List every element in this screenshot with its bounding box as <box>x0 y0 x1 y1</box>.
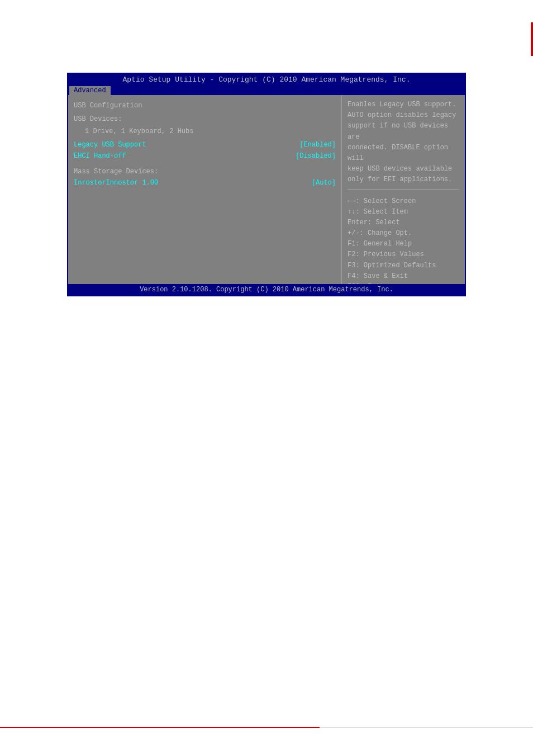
nav-key-1: ←→: Select Screen <box>348 196 459 207</box>
inrostor-row[interactable]: InrostorInnostor 1.00 [Auto] <box>74 178 336 188</box>
red-accent-bar <box>531 22 533 56</box>
nav-key-7: F3: Optimized Defaults <box>348 261 459 271</box>
help-line-6: only for EFI applications. <box>348 174 459 185</box>
bios-tab-bar: Advanced <box>68 86 465 95</box>
bios-window: Aptio Setup Utility - Copyright (C) 2010… <box>67 73 466 296</box>
usb-devices-label-row: USB Devices: <box>74 113 336 124</box>
nav-key-5: F1: General Help <box>348 239 459 249</box>
nav-key-8: F4: Save & Exit <box>348 271 459 282</box>
nav-key-3: Enter: Select <box>348 218 459 228</box>
bios-content-area: USB Configuration USB Devices: 1 Drive, … <box>68 95 465 289</box>
bios-right-panel: Enables Legacy USB support. AUTO option … <box>342 95 465 289</box>
bios-footer-text: Version 2.10.1208. Copyright (C) 2010 Am… <box>140 286 393 294</box>
help-line-2: AUTO option disables legacy <box>348 110 459 121</box>
ehci-row[interactable]: EHCI Hand-off [Disabled] <box>74 151 336 161</box>
usb-devices-value-row: 1 Drive, 1 Keyboard, 2 Hubs <box>74 125 336 136</box>
nav-key-2: ↑↓: Select Item <box>348 207 459 218</box>
nav-keys-area: ←→: Select Screen ↑↓: Select Item Enter:… <box>348 196 459 293</box>
help-line-4: connected. DISABLE option will <box>348 143 459 164</box>
legacy-usb-row[interactable]: Legacy USB Support [Enabled] <box>74 140 336 150</box>
nav-key-4: +/-: Change Opt. <box>348 228 459 239</box>
help-line-5: keep USB devices available <box>348 164 459 174</box>
bottom-decorative-line <box>0 727 533 728</box>
bios-header: Aptio Setup Utility - Copyright (C) 2010… <box>68 74 465 86</box>
bios-left-panel: USB Configuration USB Devices: 1 Drive, … <box>68 95 342 289</box>
right-panel-divider <box>348 189 459 190</box>
help-line-3: support if no USB devices are <box>348 121 459 142</box>
bios-header-text: Aptio Setup Utility - Copyright (C) 2010… <box>123 75 411 84</box>
usb-config-title: USB Configuration <box>74 100 336 111</box>
help-text-area: Enables Legacy USB support. AUTO option … <box>348 100 459 186</box>
nav-key-6: F2: Previous Values <box>348 249 459 260</box>
bios-footer: Version 2.10.1208. Copyright (C) 2010 Am… <box>68 284 465 295</box>
tab-advanced[interactable]: Advanced <box>69 86 111 95</box>
mass-storage-title: Mass Storage Devices: <box>74 166 336 177</box>
help-line-1: Enables Legacy USB support. <box>348 100 459 110</box>
